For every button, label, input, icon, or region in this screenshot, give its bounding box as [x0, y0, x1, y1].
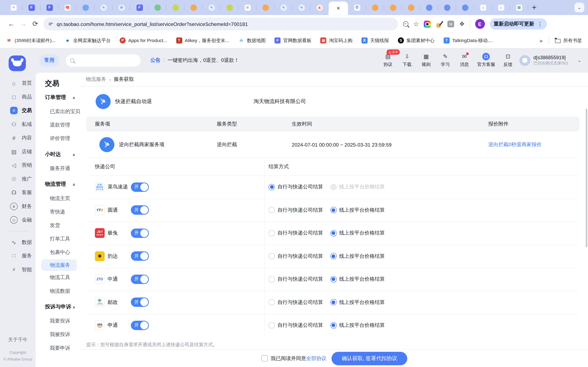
url-text[interactable]: qn.taobao.com/home.htm/service_portal_li… — [57, 21, 248, 27]
browser-tab[interactable]: ⊙ — [113, 1, 131, 14]
user-account[interactable]: d[s386855919] 巴托tb测试卖家001 ⌄ — [520, 55, 581, 66]
nav-row[interactable]: 订单管理 ∧ — [35, 90, 80, 105]
browser-tab[interactable]: ∿ — [275, 1, 293, 14]
qianniu-logo[interactable] — [9, 56, 26, 71]
back-button[interactable]: ← — [5, 18, 17, 30]
bookmark-item[interactable]: M (3599封未读邮件)... — [6, 37, 55, 44]
radio-self-settle[interactable] — [268, 253, 275, 259]
bookmark-star-icon[interactable]: ☆ — [413, 21, 419, 27]
extensions-icon[interactable]: ❖ — [459, 21, 465, 27]
reload-button[interactable]: ⟳ — [29, 18, 41, 30]
nav-row[interactable]: 包裹中心 — [35, 246, 80, 259]
browser-tab[interactable]: ∿ — [203, 1, 221, 14]
agree-checkbox[interactable] — [261, 355, 268, 361]
radio-platform-price[interactable] — [330, 276, 336, 282]
radio-platform-price[interactable] — [330, 207, 336, 213]
yunda-toggle[interactable]: 开 — [131, 251, 149, 261]
browser-tab[interactable]: ≋ — [239, 1, 256, 14]
radio-self-settle[interactable] — [268, 230, 275, 236]
bookmark-item[interactable]: ◆ 全网卖家触达平台 — [65, 37, 111, 44]
radio-platform-price[interactable] — [330, 299, 336, 305]
nav-row[interactable]: 服务开通 — [35, 162, 80, 175]
browser-tab[interactable] — [402, 1, 420, 14]
browser-tab[interactable]: ∿ — [94, 1, 113, 14]
bookmark-item[interactable]: ılı 数据地图 — [238, 37, 266, 44]
browser-tab[interactable]: ▦ — [510, 1, 528, 14]
radio-self-settle[interactable] — [268, 207, 275, 213]
cainiao-toggle[interactable]: 开 — [131, 182, 149, 192]
browser-tab[interactable] — [167, 1, 185, 14]
radio-self-settle[interactable] — [268, 322, 275, 328]
browser-tab[interactable] — [456, 1, 474, 14]
browser-tab[interactable] — [185, 1, 203, 14]
all-agreements-link[interactable]: 全部协议 — [306, 355, 326, 362]
nav-row[interactable]: 物流数据 — [35, 284, 80, 298]
nav-row[interactable]: 我要投诉 — [35, 314, 80, 328]
bookmark-item[interactable]: S 集团素材中心 — [398, 37, 435, 44]
eyedropper-extension-icon[interactable] — [436, 20, 443, 28]
browser-tab[interactable]: ≡ — [5, 1, 23, 14]
quote-attachment-link[interactable]: 逆向拦截0秒退商家报价 — [488, 141, 579, 148]
browser-tab[interactable]: Ʊ — [348, 1, 366, 14]
bookmark-item[interactable]: T Alikey，服务创变未... — [176, 37, 229, 44]
browser-tab[interactable] — [366, 1, 384, 14]
youzheng-toggle[interactable]: 开 — [131, 298, 149, 307]
announcement[interactable]: 公告 一键签约出海，0退货、0退款！ — [150, 57, 239, 64]
bookmark-item[interactable]: 天 天猫线报 — [361, 37, 389, 44]
tab-search-button[interactable]: ⌄ — [574, 3, 584, 12]
radio-self-settle[interactable] — [268, 276, 275, 282]
browser-tab[interactable]: ⌂ — [474, 1, 492, 14]
nav-row[interactable]: 打单工具 — [35, 232, 80, 246]
bookmark-item[interactable]: P Apps for Product... — [120, 38, 167, 43]
radio-platform-price[interactable] — [330, 253, 336, 259]
radio-platform-price[interactable] — [330, 322, 336, 328]
yto-toggle[interactable]: 开 — [131, 205, 149, 215]
nav-row[interactable]: 退款管理 — [35, 118, 80, 132]
nav-row[interactable]: 已卖出的宝贝 — [35, 105, 80, 118]
url-bar[interactable]: qn.taobao.com/home.htm/service_portal_li… — [43, 17, 398, 30]
browser-tab[interactable]: ∿ — [293, 1, 311, 14]
confirm-button[interactable]: 确认获取, 签署代扣协议 — [332, 352, 407, 365]
nav-row[interactable]: 物流管理 ∧ — [35, 177, 80, 192]
zoom-out-icon[interactable] — [403, 21, 409, 27]
browser-tab[interactable]: 物 — [59, 1, 77, 14]
search-input[interactable] — [66, 54, 141, 67]
zto-toggle[interactable]: 开 — [131, 275, 149, 284]
radio-platform-price[interactable] — [330, 230, 336, 236]
browser-tab[interactable]: ✕ — [329, 1, 348, 15]
nav-row[interactable]: 我被投诉 — [35, 328, 80, 341]
new-tab-button[interactable]: + — [532, 3, 537, 12]
u-extension-icon[interactable]: U — [447, 21, 454, 27]
jt-toggle[interactable]: 开 — [131, 228, 149, 238]
nav-row[interactable]: 物流服务 — [41, 259, 77, 271]
chevron-down-icon[interactable]: ⌄ — [578, 58, 581, 63]
nav-row[interactable]: 评价管理 — [35, 132, 80, 145]
bookmark-item[interactable]: T TalkingData-移动.... — [443, 37, 493, 44]
browser-tab[interactable] — [384, 1, 402, 14]
bookmarks-overflow-icon[interactable]: » — [540, 37, 543, 44]
browser-tab[interactable] — [420, 1, 438, 14]
quick-access-button[interactable]: 常用 — [39, 54, 59, 67]
nav-row[interactable]: 我要申诉 — [35, 341, 80, 355]
browser-menu-icon[interactable]: ⋮ — [537, 21, 542, 27]
browser-tab[interactable] — [438, 1, 456, 14]
bookmark-item[interactable]: ▦ 淘宝码上购 — [320, 37, 352, 44]
browser-tab[interactable] — [77, 1, 94, 14]
browser-tab[interactable]: ⌂ — [492, 1, 510, 14]
site-settings-icon[interactable] — [49, 23, 53, 25]
nav-row[interactable]: 小时达 ∧ — [35, 147, 80, 162]
about-qianniu-link[interactable]: 关于千牛 — [0, 337, 35, 343]
nav-row[interactable]: 物流工具 — [35, 271, 80, 284]
breadcrumb-logistics-service[interactable]: 物流服务 — [86, 76, 106, 83]
browser-tab[interactable]: F — [23, 1, 41, 14]
radio-self-settle[interactable] — [268, 299, 275, 305]
browser-tab[interactable]: F — [131, 1, 149, 14]
colorwheel-extension-icon[interactable] — [424, 20, 431, 28]
profile-avatar[interactable]: E — [475, 19, 485, 29]
bookmark-item[interactable]: F 官网数据看板 — [275, 37, 311, 44]
nav-row[interactable]: 发货 — [35, 219, 80, 232]
all-bookmarks-button[interactable]: 所有书签 — [555, 37, 582, 44]
relaunch-update-button[interactable]: 重新启动即可更新 ⋮ — [490, 18, 546, 30]
scrollbar-thumb[interactable] — [586, 108, 587, 247]
browser-tab[interactable] — [256, 1, 274, 14]
